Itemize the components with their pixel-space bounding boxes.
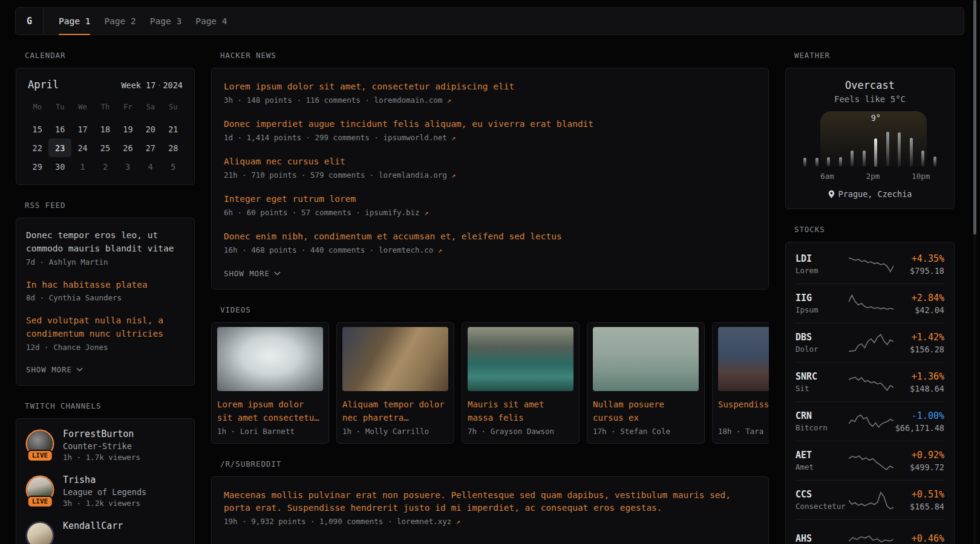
hn-story-title[interactable]: Donec enim nibh, condimentum et accumsan… [224, 230, 756, 243]
calendar-weekday: Th [94, 103, 116, 111]
hn-show-more-button[interactable]: SHOW MORE [224, 268, 281, 280]
live-badge: LIVE [27, 496, 53, 508]
logo[interactable]: G [16, 8, 44, 34]
tab-page-1[interactable]: Page 1 [59, 8, 90, 34]
twitch-channel-name[interactable]: Trisha [63, 474, 146, 485]
video-title: Mauris sit amet massa felis [468, 398, 573, 424]
section-label-hackernews: HACKER NEWS [220, 51, 769, 60]
video-card[interactable]: Nullam posuere cursus ex 17h · Stefan Co… [587, 322, 705, 444]
video-card[interactable]: Lorem ipsum dolor sit amet consectetu… 1… [211, 322, 329, 444]
stock-row[interactable]: CCSConsectetur +0.51%$165.84 [795, 480, 944, 519]
weather-time-label [799, 172, 810, 181]
weather-condition: Overcast [786, 79, 954, 91]
avatar [26, 522, 54, 544]
video-card[interactable]: Suspendisse diam 18h · Tara [712, 322, 769, 444]
stock-name: Consectetur [795, 502, 849, 511]
weather-time-label [834, 172, 845, 181]
external-link-icon: ↗ [447, 96, 451, 105]
twitch-section: TWITCH CHANNELS LIVE ForrestBurton Count… [16, 401, 195, 544]
twitch-channel-info: ForrestBurton Counter-Strike 1h · 1.7k v… [63, 429, 140, 462]
section-label-subreddit: /R/SUBREDDIT [220, 459, 769, 468]
hn-story-title[interactable]: Lorem ipsum dolor sit amet, consectetur … [224, 80, 756, 93]
page-tabs: Page 1 Page 2 Page 3 Page 4 [44, 8, 241, 34]
hn-story-domain-link[interactable]: loremdomain.com ↗ [374, 96, 451, 105]
rss-item-title[interactable]: Sed volutpat nulla nisl, a condimentum n… [26, 314, 185, 341]
hn-story-meta: 1d · 1,414 points · 299 comments · ipsum… [224, 133, 756, 142]
hn-story-domain-link[interactable]: loremlandia.org ↗ [379, 170, 456, 180]
avatar: LIVE [26, 476, 54, 504]
stock-row[interactable]: CRNBitcorn -1.00%$66,171.48 [795, 401, 944, 441]
tab-page-2[interactable]: Page 2 [104, 8, 136, 34]
hn-story-domain-link[interactable]: ipsumify.biz ↗ [365, 208, 428, 217]
stock-price: $148.64 [893, 384, 944, 393]
calendar-day: 5 [162, 157, 185, 176]
stock-ticker: DBS [795, 332, 849, 343]
subreddit-section: /R/SUBREDDIT Maecenas mollis pulvinar er… [211, 459, 769, 544]
video-thumbnail [593, 327, 699, 391]
scrollbar-thumb[interactable] [973, 0, 976, 235]
stock-sparkline [849, 252, 893, 276]
stock-name: Lorem [795, 266, 849, 275]
weather-time-label [845, 172, 856, 181]
video-thumbnail [342, 327, 448, 391]
tab-page-3[interactable]: Page 3 [150, 8, 181, 34]
video-meta: 1h · Lori Barnett [217, 427, 323, 436]
stock-row[interactable]: AETAmet +0.92%$499.72 [795, 441, 944, 480]
videos-section: VIDEOS Lorem ipsum dolor sit amet consec… [211, 305, 769, 444]
rss-show-more-button[interactable]: SHOW MORE [26, 364, 83, 377]
video-card[interactable]: Mauris sit amet massa felis 7h · Grayson… [462, 322, 580, 444]
twitch-channel-name[interactable]: KendallCarr [63, 520, 123, 531]
hn-story-title[interactable]: Integer eget rutrum lorem [224, 193, 756, 206]
hn-story-domain-link[interactable]: loremtech.co ↗ [379, 245, 442, 254]
calendar-day: 19 [117, 120, 139, 138]
stock-name: Dolor [795, 345, 849, 354]
hn-story-title[interactable]: Aliquam nec cursus elit [224, 155, 756, 168]
stock-row[interactable]: AHS +0.46% [795, 519, 944, 544]
rss-item-title[interactable]: Donec tempor eros leo, ut commodo mauris… [26, 229, 185, 256]
weather-time-label: 2pm [866, 172, 880, 181]
external-link-icon: ↗ [451, 171, 456, 180]
hn-story-meta: 16h · 468 points · 440 comments · loremt… [224, 245, 756, 254]
stock-ticker: IIG [795, 293, 849, 303]
calendar-day: 23 [48, 138, 71, 157]
hn-story-stats: 1d · 1,414 points · 299 comments · [224, 133, 383, 142]
twitch-channel[interactable]: LIVE ForrestBurton Counter-Strike 1h · 1… [26, 429, 185, 462]
twitch-channel-name[interactable]: ForrestBurton [63, 429, 140, 439]
calendar-weekday: Tu [48, 103, 71, 111]
twitch-channel[interactable]: LIVE Trisha League of Legends 3h · 1.2k … [26, 474, 185, 508]
weather-bar [898, 132, 901, 167]
video-meta: 1h · Molly Carrillo [342, 427, 448, 436]
stocks-widget: LDILorem +4.35%$795.18 IIGIpsum +2.84%$4… [785, 242, 955, 544]
hn-story-domain-link[interactable]: ipsumworld.net ↗ [383, 133, 456, 142]
stock-row[interactable]: DBSDolor +1.42%$156.28 [795, 323, 944, 362]
stock-change: +0.51% [893, 489, 944, 500]
calendar-weekday: Mo [26, 103, 48, 111]
weather-feels-like: Feels like 5°C [786, 94, 954, 104]
calendar-day: 2 [94, 157, 116, 176]
hn-story-title[interactable]: Donec imperdiet augue tincidunt felis al… [224, 118, 756, 131]
video-title: Suspendisse diam [718, 398, 769, 424]
weather-bar [863, 151, 866, 167]
stock-sparkline [849, 409, 893, 433]
calendar-day: 18 [94, 120, 116, 138]
video-meta: 7h · Grayson Dawson [468, 427, 573, 436]
weather-bar [815, 158, 818, 167]
weather-time-label: 6am [820, 172, 834, 181]
reddit-post-title[interactable]: Maecenas mollis pulvinar erat non posuer… [224, 489, 756, 514]
calendar-day: 20 [139, 120, 162, 138]
calendar-week-year: Week 17·2024 [121, 80, 183, 90]
tab-page-4[interactable]: Page 4 [195, 8, 227, 34]
stock-row[interactable]: IIGIpsum +2.84%$42.04 [795, 283, 944, 323]
stock-row[interactable]: SNRCSit +1.36%$148.64 [795, 362, 944, 401]
video-thumbnail [718, 327, 769, 391]
hn-story: Aliquam nec cursus elit 21h · 710 points… [224, 155, 756, 180]
twitch-channel[interactable]: KendallCarr [26, 520, 185, 544]
weather-time-label [901, 172, 912, 181]
stock-row[interactable]: LDILorem +4.35%$795.18 [795, 245, 944, 283]
video-card[interactable]: Aliquam tempor dolor nec pharetra… 1h · … [336, 322, 454, 444]
reddit-post-domain-link[interactable]: loremnet.xyz ↗ [397, 517, 460, 526]
calendar-day: 17 [71, 120, 94, 138]
calendar-day: 4 [139, 157, 162, 176]
stock-name: Sit [795, 384, 849, 393]
rss-item-title[interactable]: In hac habitasse platea [26, 279, 185, 292]
